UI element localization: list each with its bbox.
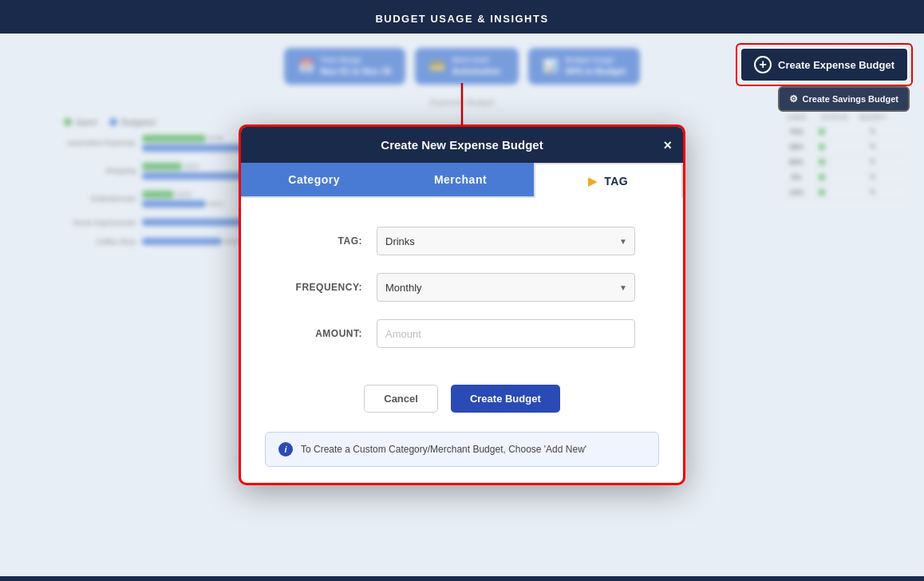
modal-close-button[interactable]: × <box>663 138 672 152</box>
create-budget-button[interactable]: Create Budget <box>451 385 560 413</box>
main-content: 📅 Time Range Nov 01 to Nov 30 💳 Most Use… <box>0 34 924 576</box>
modal-overlay: Create New Expense Budget × Category Mer… <box>0 34 924 576</box>
tab-merchant[interactable]: Merchant <box>387 163 533 196</box>
form-row-frequency: FREQUENCY: Daily Weekly Monthly Yearly ▼ <box>289 273 635 302</box>
cancel-button[interactable]: Cancel <box>364 385 438 413</box>
frequency-select[interactable]: Daily Weekly Monthly Yearly <box>377 273 635 302</box>
tag-select-wrapper: Drinks Food Travel Entertainment Health … <box>377 227 635 255</box>
tag-select[interactable]: Drinks Food Travel Entertainment Health <box>377 227 635 255</box>
page-title: BUDGET USAGE & INSIGHTS <box>375 13 548 25</box>
tab-tag-label: TAG <box>604 175 628 188</box>
header: BUDGET USAGE & INSIGHTS <box>0 0 924 34</box>
amount-input[interactable] <box>377 319 635 348</box>
frequency-select-wrapper: Daily Weekly Monthly Yearly ▼ <box>377 273 635 302</box>
create-expense-modal: Create New Expense Budget × Category Mer… <box>239 125 685 485</box>
tag-label: TAG: <box>289 235 377 247</box>
modal-title: Create New Expense Budget <box>381 138 543 152</box>
tab-tag[interactable]: ▶ TAG <box>534 163 683 198</box>
modal-header: Create New Expense Budget × <box>241 127 683 163</box>
form-row-amount: AMOUNT: <box>289 319 635 348</box>
tab-arrow-icon: ▶ <box>588 175 598 188</box>
modal-body: TAG: Drinks Food Travel Entertainment He… <box>241 198 683 385</box>
tab-merchant-label: Merchant <box>434 173 487 186</box>
amount-label: AMOUNT: <box>289 328 377 339</box>
form-row-tag: TAG: Drinks Food Travel Entertainment He… <box>289 227 635 255</box>
tab-category-label: Category <box>288 173 340 186</box>
modal-footer: Cancel Create Budget <box>241 385 683 432</box>
modal-tabs: Category Merchant ▶ TAG <box>241 163 683 198</box>
info-text: To Create a Custom Category/Merchant Bud… <box>301 444 586 455</box>
info-icon: i <box>278 442 293 457</box>
info-bar: i To Create a Custom Category/Merchant B… <box>265 432 659 467</box>
frequency-label: FREQUENCY: <box>289 282 377 293</box>
tab-category[interactable]: Category <box>241 163 387 196</box>
